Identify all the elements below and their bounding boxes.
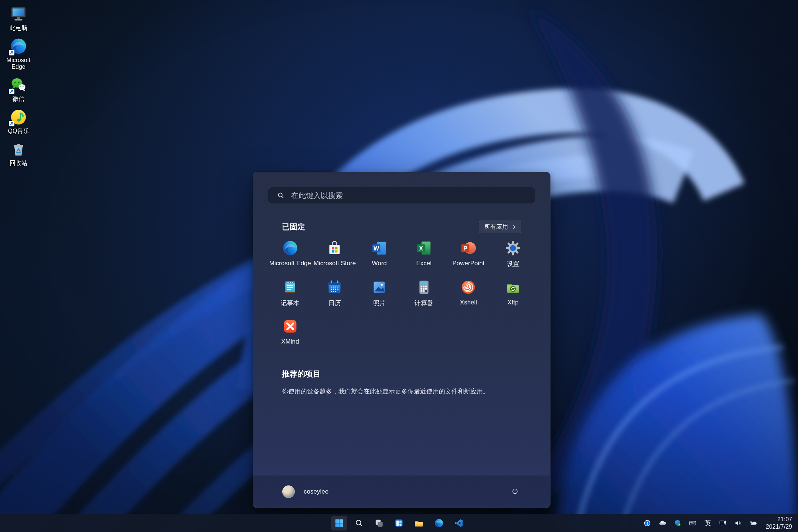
desktop: 此电脑 Microsoft Edge 微信 QQ音乐 [0, 0, 798, 532]
ime-label: 英 [705, 519, 711, 528]
desktop-icon-label: 微信 [13, 96, 24, 102]
start-button[interactable] [331, 516, 347, 531]
xmind-icon [282, 318, 299, 335]
widgets-icon [394, 518, 404, 528]
vscode-taskbar-button[interactable] [451, 516, 467, 531]
edge-icon [434, 518, 444, 528]
calendar-icon [326, 279, 343, 296]
task-view-button[interactable] [371, 516, 387, 531]
recommended-section: 推荐的项目 你使用的设备越多，我们就会在此处显示更多你最近使用的文件和新应用。 [268, 369, 535, 396]
pinned-app-label: 记事本 [281, 299, 300, 307]
pinned-section-header: 已固定 所有应用 [268, 221, 535, 233]
pinned-app-xmind[interactable]: XMind [268, 316, 313, 355]
desktop-icon-label: 此电脑 [10, 25, 27, 31]
search-icon [354, 518, 364, 528]
pinned-app-label: 日历 [328, 299, 341, 307]
recommended-title: 推荐的项目 [282, 369, 521, 379]
user-account-button[interactable]: coseylee [280, 483, 334, 500]
start-search [268, 187, 535, 204]
edge-icon [282, 240, 299, 256]
desktop-icon-label: 回收站 [10, 160, 27, 167]
taskbar: 英 21:07 2021/7/29 [0, 514, 798, 532]
onepassword-tray-button[interactable] [641, 516, 654, 530]
start-search-input[interactable] [268, 187, 535, 204]
pinned-app-powerpoint[interactable]: PowerPoint [446, 238, 491, 277]
pinned-app-calendar[interactable]: 日历 [313, 277, 357, 316]
chevron-right-icon [512, 225, 516, 229]
desktop-icon-label: QQ音乐 [8, 128, 29, 134]
taskbar-clock[interactable]: 21:07 2021/7/29 [764, 515, 794, 531]
desktop-icon-qq-music[interactable]: QQ音乐 [1, 106, 36, 138]
pinned-app-xftp[interactable]: Xftp [491, 277, 535, 316]
pinned-app-notepad[interactable]: 记事本 [268, 277, 313, 316]
volume-button[interactable] [732, 516, 744, 530]
store-icon [326, 240, 343, 256]
pinned-app-calculator[interactable]: 计算器 [402, 277, 446, 316]
recycle-bin-icon [10, 140, 27, 158]
power-icon [511, 487, 519, 496]
taskbar-search-button[interactable] [351, 516, 367, 531]
pinned-app-label: Word [372, 260, 387, 267]
pinned-app-word[interactable]: Word [357, 238, 402, 277]
edge-taskbar-button[interactable] [431, 516, 447, 531]
desktop-icon-wechat[interactable]: 微信 [1, 74, 36, 106]
all-apps-label: 所有应用 [484, 223, 508, 231]
pinned-title: 已固定 [282, 222, 305, 232]
shortcut-arrow-icon [9, 50, 14, 55]
desktop-icon-label: Microsoft Edge [1, 57, 36, 70]
shortcut-arrow-icon [9, 89, 14, 94]
user-avatar [282, 485, 295, 498]
settings-gear-icon [505, 240, 521, 256]
connected-display-button[interactable] [717, 516, 729, 530]
pinned-app-settings[interactable]: 设置 [491, 238, 535, 277]
pinned-app-xshell[interactable]: Xshell [446, 277, 491, 316]
touch-keyboard-icon [689, 519, 697, 527]
power-button[interactable] [508, 484, 522, 499]
pinned-apps-grid: Microsoft Edge Microsoft Store Word Exce… [268, 238, 535, 355]
touch-keyboard-button[interactable] [686, 516, 699, 530]
pinned-app-label: Excel [416, 260, 432, 267]
desktop-icon-this-pc[interactable]: 此电脑 [1, 3, 36, 35]
pinned-app-excel[interactable]: Excel [402, 238, 446, 277]
1password-icon [643, 519, 651, 527]
battery-button[interactable] [747, 516, 760, 530]
battery-charging-icon [749, 519, 757, 527]
notepad-icon [282, 279, 299, 296]
security-shield-icon [673, 519, 682, 527]
onedrive-tray-button[interactable] [656, 516, 669, 530]
desktop-icon-recycle-bin[interactable]: 回收站 [1, 138, 36, 170]
pinned-app-photos[interactable]: 照片 [357, 277, 402, 316]
pinned-app-microsoft-edge[interactable]: Microsoft Edge [268, 238, 313, 277]
pinned-app-label: Microsoft Store [314, 260, 356, 267]
task-view-icon [374, 518, 384, 528]
desktop-icon-column: 此电脑 Microsoft Edge 微信 QQ音乐 [0, 3, 37, 170]
pinned-app-label: 照片 [373, 299, 386, 307]
user-name: coseylee [304, 488, 328, 495]
windows-security-tray-button[interactable] [671, 516, 684, 530]
excel-icon [416, 240, 432, 256]
folder-icon [414, 518, 424, 528]
clock-time: 21:07 [766, 516, 792, 523]
windows-logo-icon [334, 518, 344, 528]
xshell-icon [460, 279, 477, 296]
pinned-app-label: PowerPoint [453, 260, 485, 267]
start-menu: 已固定 所有应用 Microsoft Edge Microsoft Store … [253, 172, 550, 508]
recommended-empty-text: 你使用的设备越多，我们就会在此处显示更多你最近使用的文件和新应用。 [282, 387, 521, 396]
pinned-app-label: 计算器 [415, 299, 433, 307]
volume-icon [734, 519, 742, 527]
all-apps-button[interactable]: 所有应用 [479, 221, 521, 233]
clock-date: 2021/7/29 [766, 523, 792, 531]
pinned-app-microsoft-store[interactable]: Microsoft Store [313, 238, 357, 277]
pinned-app-label: 设置 [507, 260, 519, 268]
powerpoint-icon [460, 240, 477, 256]
monitor-icon [10, 5, 27, 23]
pinned-app-label: XMind [281, 338, 299, 345]
system-tray: 英 21:07 2021/7/29 [641, 514, 798, 532]
desktop-icon-microsoft-edge[interactable]: Microsoft Edge [1, 35, 36, 74]
widgets-button[interactable] [391, 516, 407, 531]
ime-language-button[interactable]: 英 [702, 516, 714, 530]
pinned-app-label: Microsoft Edge [269, 260, 311, 267]
pinned-app-label: Xshell [460, 299, 477, 306]
xftp-icon [505, 279, 521, 296]
file-explorer-button[interactable] [411, 516, 427, 531]
